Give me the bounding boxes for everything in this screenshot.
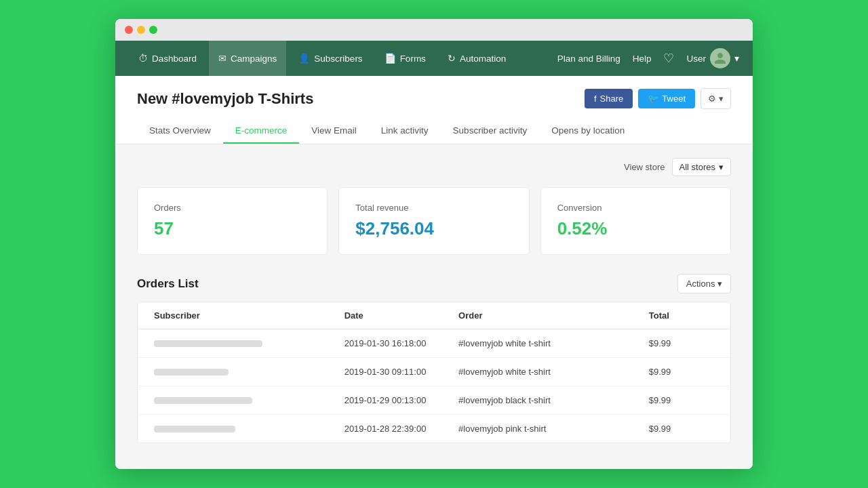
facebook-icon: f — [594, 94, 597, 104]
th-total: Total — [644, 302, 719, 329]
nav-item-forms[interactable]: 📄 Forms — [375, 41, 435, 76]
orders-title: Orders List — [137, 277, 199, 291]
orders-label: Orders — [154, 203, 311, 213]
orders-section: Orders List Actions ▾ Subscriber Date Or… — [137, 274, 731, 443]
tab-ecommerce[interactable]: E-commerce — [223, 119, 300, 144]
subscribers-icon: 👤 — [298, 53, 310, 64]
td-subscriber-2 — [149, 388, 339, 413]
tab-bar: Stats Overview E-commerce View Email Lin… — [137, 119, 731, 144]
plan-billing-link[interactable]: Plan and Billing — [557, 54, 620, 64]
tab-view-email[interactable]: View Email — [299, 119, 369, 144]
td-order-2: #lovemyjob black t-shirt — [453, 386, 644, 414]
page-content: New #lovemyjob T-Shirts f Share 🐦 Tweet … — [115, 76, 753, 469]
share-button[interactable]: f Share — [585, 89, 633, 108]
table-header: Subscriber Date Order Total — [138, 302, 730, 329]
orders-table: Subscriber Date Order Total 2019-01-30 1… — [137, 302, 731, 443]
td-subscriber-0 — [149, 331, 339, 356]
revenue-label: Total revenue — [355, 203, 512, 213]
stats-cards: Orders 57 Total revenue $2,756.04 Conver… — [137, 187, 731, 255]
table-row: 2019-01-30 16:18:00 #lovemyjob white t-s… — [138, 329, 730, 358]
conversion-label: Conversion — [557, 203, 714, 213]
td-total-1: $9.99 — [644, 358, 719, 386]
tab-subscriber-activity[interactable]: Subscriber activity — [441, 119, 540, 144]
nav-item-subscribers[interactable]: 👤 Subscribers — [289, 41, 372, 76]
nav-label-campaigns: Campaigns — [231, 54, 277, 64]
nav-label-forms: Forms — [400, 54, 426, 64]
store-filter-value: All stores — [679, 162, 715, 172]
th-subscriber: Subscriber — [149, 302, 339, 329]
page-actions: f Share 🐦 Tweet ⚙ ▾ — [585, 88, 731, 109]
td-order-0: #lovemyjob white t-shirt — [453, 329, 644, 357]
td-total-0: $9.99 — [644, 329, 719, 357]
window-close-button[interactable] — [125, 26, 133, 34]
td-total-3: $9.99 — [644, 415, 719, 443]
nav-item-campaigns[interactable]: ✉ Campaigns — [209, 41, 286, 76]
chevron-down-icon: ▾ — [734, 53, 739, 64]
stat-card-conversion: Conversion 0.52% — [540, 187, 731, 255]
td-order-1: #lovemyjob white t-shirt — [453, 358, 644, 386]
tab-stats-overview[interactable]: Stats Overview — [137, 119, 223, 144]
settings-button[interactable]: ⚙ ▾ — [701, 88, 731, 109]
nav-label-automation: Automation — [460, 54, 506, 64]
revenue-value: $2,756.04 — [355, 218, 512, 239]
nav-item-automation[interactable]: ↻ Automation — [438, 41, 515, 76]
user-label: User — [686, 54, 706, 64]
td-subscriber-1 — [149, 360, 339, 384]
table-row: 2019-01-30 09:11:00 #lovemyjob white t-s… — [138, 358, 730, 386]
tab-link-activity[interactable]: Link activity — [369, 119, 441, 144]
conversion-value: 0.52% — [557, 218, 714, 239]
favorites-icon[interactable]: ♡ — [663, 51, 674, 66]
stat-card-orders: Orders 57 — [137, 187, 328, 255]
twitter-icon: 🐦 — [648, 94, 658, 104]
browser-window: ⏱ Dashboard ✉ Campaigns 👤 Subscribers 📄 … — [115, 19, 753, 469]
table-row: 2019-01-29 00:13:00 #lovemyjob black t-s… — [138, 386, 730, 415]
subscriber-bar — [154, 369, 229, 375]
td-order-3: #lovemyjob pink t-shirt — [453, 415, 644, 443]
avatar — [710, 48, 730, 68]
dashboard-icon: ⏱ — [138, 53, 148, 64]
automation-icon: ↻ — [448, 53, 456, 64]
subscriber-bar — [154, 426, 235, 432]
store-filter-chevron-icon: ▾ — [719, 162, 724, 172]
td-date-2: 2019-01-29 00:13:00 — [339, 386, 453, 414]
browser-titlebar — [115, 19, 753, 41]
page-header: New #lovemyjob T-Shirts f Share 🐦 Tweet … — [115, 76, 753, 144]
campaigns-icon: ✉ — [218, 53, 226, 64]
orders-value: 57 — [154, 218, 311, 239]
actions-button[interactable]: Actions ▾ — [677, 274, 731, 293]
filter-row: View store All stores ▾ — [137, 158, 731, 176]
nav-right: Plan and Billing Help ♡ User ▾ — [557, 48, 739, 68]
help-link[interactable]: Help — [633, 54, 652, 64]
main-area: View store All stores ▾ Orders 57 Total … — [115, 144, 753, 457]
nav-left: ⏱ Dashboard ✉ Campaigns 👤 Subscribers 📄 … — [129, 41, 557, 76]
window-minimize-button[interactable] — [137, 26, 145, 34]
store-filter-select[interactable]: All stores ▾ — [672, 158, 731, 176]
gear-icon: ⚙ — [708, 94, 716, 104]
tweet-button[interactable]: 🐦 Tweet — [638, 89, 695, 108]
navbar: ⏱ Dashboard ✉ Campaigns 👤 Subscribers 📄 … — [115, 41, 753, 76]
settings-chevron-icon: ▾ — [719, 94, 724, 104]
nav-item-dashboard[interactable]: ⏱ Dashboard — [129, 41, 206, 76]
subscriber-bar — [154, 340, 262, 347]
th-date: Date — [339, 302, 453, 329]
stat-card-revenue: Total revenue $2,756.04 — [338, 187, 529, 255]
td-date-0: 2019-01-30 16:18:00 — [339, 329, 453, 357]
orders-header: Orders List Actions ▾ — [137, 274, 731, 293]
td-date-3: 2019-01-28 22:39:00 — [339, 415, 453, 443]
table-row: 2019-01-28 22:39:00 #lovemyjob pink t-sh… — [138, 415, 730, 443]
forms-icon: 📄 — [384, 53, 396, 64]
view-store-label: View store — [624, 162, 665, 172]
td-subscriber-3 — [149, 417, 339, 441]
td-total-2: $9.99 — [644, 386, 719, 414]
user-menu[interactable]: User ▾ — [686, 48, 739, 68]
nav-label-subscribers: Subscribers — [314, 54, 362, 64]
page-title-row: New #lovemyjob T-Shirts f Share 🐦 Tweet … — [137, 88, 731, 109]
tab-opens-by-location[interactable]: Opens by location — [539, 119, 637, 144]
subscriber-bar — [154, 397, 252, 404]
nav-label-dashboard: Dashboard — [152, 54, 197, 64]
table-body: 2019-01-30 16:18:00 #lovemyjob white t-s… — [138, 329, 730, 443]
th-order: Order — [453, 302, 644, 329]
page-title: New #lovemyjob T-Shirts — [137, 90, 313, 108]
td-date-1: 2019-01-30 09:11:00 — [339, 358, 453, 386]
window-maximize-button[interactable] — [149, 26, 157, 34]
